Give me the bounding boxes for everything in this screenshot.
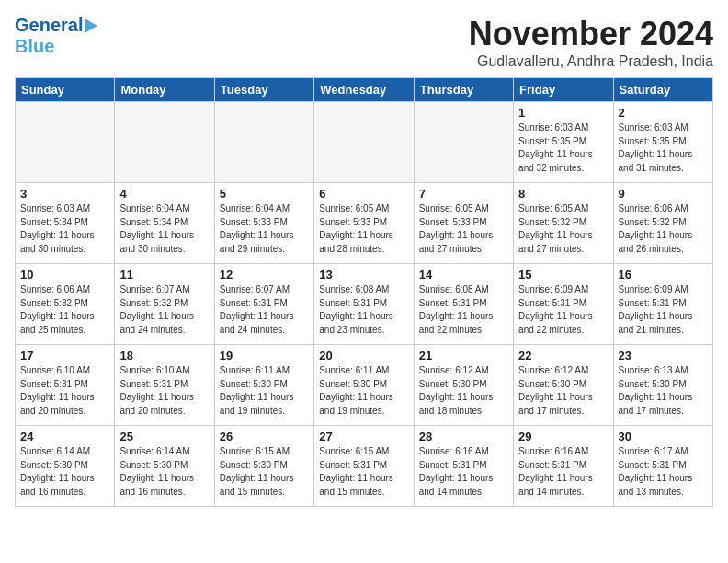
day-number: 21 bbox=[419, 349, 508, 362]
day-info: Sunrise: 6:09 AMSunset: 5:31 PMDaylight:… bbox=[619, 283, 708, 337]
calendar-week-row: 24Sunrise: 6:14 AMSunset: 5:30 PMDayligh… bbox=[16, 426, 713, 507]
calendar-day-cell: 27Sunrise: 6:15 AMSunset: 5:31 PMDayligh… bbox=[314, 426, 414, 507]
day-info: Sunrise: 6:08 AMSunset: 5:31 PMDaylight:… bbox=[419, 283, 508, 337]
weekday-header-saturday: Saturday bbox=[613, 78, 712, 102]
day-info: Sunrise: 6:12 AMSunset: 5:30 PMDaylight:… bbox=[419, 364, 508, 418]
calendar-day-cell: 19Sunrise: 6:11 AMSunset: 5:30 PMDayligh… bbox=[214, 345, 313, 426]
day-info: Sunrise: 6:15 AMSunset: 5:30 PMDaylight:… bbox=[220, 445, 309, 499]
day-number: 13 bbox=[319, 268, 408, 282]
calendar-day-cell: 26Sunrise: 6:15 AMSunset: 5:30 PMDayligh… bbox=[214, 426, 313, 507]
day-number: 22 bbox=[518, 349, 608, 362]
day-number: 25 bbox=[119, 430, 209, 443]
calendar-day-cell: 3Sunrise: 6:03 AMSunset: 5:34 PMDaylight… bbox=[16, 183, 115, 264]
day-number: 10 bbox=[20, 268, 109, 282]
day-number: 3 bbox=[20, 187, 109, 201]
calendar-day-cell: 6Sunrise: 6:05 AMSunset: 5:33 PMDaylight… bbox=[314, 183, 414, 264]
weekday-header-friday: Friday bbox=[514, 78, 613, 102]
title-block: November 2024 Gudlavalleru, Andhra Prade… bbox=[469, 15, 713, 70]
day-number: 15 bbox=[518, 268, 608, 282]
day-number: 1 bbox=[518, 106, 608, 120]
calendar-day-cell: 23Sunrise: 6:13 AMSunset: 5:30 PMDayligh… bbox=[613, 345, 712, 426]
day-info: Sunrise: 6:03 AMSunset: 5:34 PMDaylight:… bbox=[20, 202, 109, 256]
day-info: Sunrise: 6:10 AMSunset: 5:31 PMDaylight:… bbox=[20, 364, 109, 418]
day-info: Sunrise: 6:10 AMSunset: 5:31 PMDaylight:… bbox=[119, 364, 209, 418]
logo-arrow-icon bbox=[85, 18, 97, 33]
logo-general: General bbox=[15, 15, 83, 36]
calendar-week-row: 10Sunrise: 6:06 AMSunset: 5:32 PMDayligh… bbox=[16, 264, 713, 345]
day-number: 24 bbox=[20, 430, 109, 443]
calendar-day-cell: 30Sunrise: 6:17 AMSunset: 5:31 PMDayligh… bbox=[613, 426, 712, 507]
location-title: Gudlavalleru, Andhra Pradesh, India bbox=[469, 53, 713, 70]
day-info: Sunrise: 6:15 AMSunset: 5:31 PMDaylight:… bbox=[319, 445, 408, 499]
day-info: Sunrise: 6:06 AMSunset: 5:32 PMDaylight:… bbox=[619, 202, 708, 256]
calendar-day-cell: 5Sunrise: 6:04 AMSunset: 5:33 PMDaylight… bbox=[214, 183, 313, 264]
day-info: Sunrise: 6:04 AMSunset: 5:33 PMDaylight:… bbox=[220, 202, 309, 256]
day-info: Sunrise: 6:05 AMSunset: 5:32 PMDaylight:… bbox=[518, 202, 608, 256]
day-number: 18 bbox=[119, 349, 209, 362]
weekday-header-row: SundayMondayTuesdayWednesdayThursdayFrid… bbox=[16, 78, 713, 102]
day-info: Sunrise: 6:05 AMSunset: 5:33 PMDaylight:… bbox=[419, 202, 508, 256]
calendar-day-cell: 29Sunrise: 6:16 AMSunset: 5:31 PMDayligh… bbox=[514, 426, 613, 507]
day-info: Sunrise: 6:16 AMSunset: 5:31 PMDaylight:… bbox=[518, 445, 608, 499]
calendar-day-cell bbox=[214, 102, 313, 183]
day-info: Sunrise: 6:13 AMSunset: 5:30 PMDaylight:… bbox=[619, 364, 708, 418]
day-number: 23 bbox=[619, 349, 708, 362]
page-header: General Blue November 2024 Gudlavalleru,… bbox=[15, 15, 713, 70]
calendar-day-cell bbox=[314, 102, 414, 183]
day-number: 9 bbox=[619, 187, 708, 201]
calendar-day-cell: 17Sunrise: 6:10 AMSunset: 5:31 PMDayligh… bbox=[16, 345, 115, 426]
calendar-table: SundayMondayTuesdayWednesdayThursdayFrid… bbox=[15, 77, 713, 507]
day-info: Sunrise: 6:07 AMSunset: 5:32 PMDaylight:… bbox=[119, 283, 209, 337]
calendar-day-cell: 14Sunrise: 6:08 AMSunset: 5:31 PMDayligh… bbox=[414, 264, 513, 345]
logo-blue: Blue bbox=[15, 36, 54, 57]
calendar-day-cell: 13Sunrise: 6:08 AMSunset: 5:31 PMDayligh… bbox=[314, 264, 414, 345]
calendar-day-cell: 7Sunrise: 6:05 AMSunset: 5:33 PMDaylight… bbox=[414, 183, 513, 264]
month-title: November 2024 bbox=[469, 15, 713, 53]
calendar-week-row: 3Sunrise: 6:03 AMSunset: 5:34 PMDaylight… bbox=[16, 183, 713, 264]
day-info: Sunrise: 6:11 AMSunset: 5:30 PMDaylight:… bbox=[220, 364, 309, 418]
day-info: Sunrise: 6:07 AMSunset: 5:31 PMDaylight:… bbox=[220, 283, 309, 337]
calendar-day-cell bbox=[16, 102, 115, 183]
day-info: Sunrise: 6:17 AMSunset: 5:31 PMDaylight:… bbox=[619, 445, 708, 499]
weekday-header-sunday: Sunday bbox=[16, 78, 115, 102]
day-number: 20 bbox=[319, 349, 408, 362]
day-info: Sunrise: 6:14 AMSunset: 5:30 PMDaylight:… bbox=[119, 445, 209, 499]
calendar-day-cell: 16Sunrise: 6:09 AMSunset: 5:31 PMDayligh… bbox=[613, 264, 712, 345]
day-number: 16 bbox=[619, 268, 708, 282]
calendar-day-cell: 18Sunrise: 6:10 AMSunset: 5:31 PMDayligh… bbox=[115, 345, 214, 426]
day-info: Sunrise: 6:14 AMSunset: 5:30 PMDaylight:… bbox=[20, 445, 109, 499]
day-info: Sunrise: 6:09 AMSunset: 5:31 PMDaylight:… bbox=[518, 283, 608, 337]
day-number: 17 bbox=[20, 349, 109, 362]
weekday-header-thursday: Thursday bbox=[414, 78, 513, 102]
calendar-day-cell: 11Sunrise: 6:07 AMSunset: 5:32 PMDayligh… bbox=[115, 264, 214, 345]
day-number: 29 bbox=[518, 430, 608, 443]
calendar-day-cell bbox=[115, 102, 214, 183]
day-info: Sunrise: 6:03 AMSunset: 5:35 PMDaylight:… bbox=[518, 121, 608, 175]
day-number: 27 bbox=[319, 430, 408, 443]
day-info: Sunrise: 6:08 AMSunset: 5:31 PMDaylight:… bbox=[319, 283, 408, 337]
day-number: 30 bbox=[619, 430, 708, 443]
calendar-day-cell: 9Sunrise: 6:06 AMSunset: 5:32 PMDaylight… bbox=[613, 183, 712, 264]
calendar-day-cell: 28Sunrise: 6:16 AMSunset: 5:31 PMDayligh… bbox=[414, 426, 513, 507]
day-info: Sunrise: 6:05 AMSunset: 5:33 PMDaylight:… bbox=[319, 202, 408, 256]
day-number: 14 bbox=[419, 268, 508, 282]
calendar-day-cell: 1Sunrise: 6:03 AMSunset: 5:35 PMDaylight… bbox=[514, 102, 613, 183]
calendar-day-cell: 15Sunrise: 6:09 AMSunset: 5:31 PMDayligh… bbox=[514, 264, 613, 345]
day-number: 7 bbox=[419, 187, 508, 201]
logo: General Blue bbox=[15, 15, 97, 57]
calendar-week-row: 1Sunrise: 6:03 AMSunset: 5:35 PMDaylight… bbox=[16, 102, 713, 183]
day-number: 4 bbox=[119, 187, 209, 201]
weekday-header-wednesday: Wednesday bbox=[314, 78, 414, 102]
calendar-day-cell: 10Sunrise: 6:06 AMSunset: 5:32 PMDayligh… bbox=[16, 264, 115, 345]
calendar-day-cell: 2Sunrise: 6:03 AMSunset: 5:35 PMDaylight… bbox=[613, 102, 712, 183]
calendar-day-cell: 25Sunrise: 6:14 AMSunset: 5:30 PMDayligh… bbox=[115, 426, 214, 507]
day-number: 5 bbox=[220, 187, 309, 201]
day-info: Sunrise: 6:11 AMSunset: 5:30 PMDaylight:… bbox=[319, 364, 408, 418]
calendar-day-cell: 4Sunrise: 6:04 AMSunset: 5:34 PMDaylight… bbox=[115, 183, 214, 264]
day-info: Sunrise: 6:12 AMSunset: 5:30 PMDaylight:… bbox=[518, 364, 608, 418]
day-number: 26 bbox=[220, 430, 309, 443]
calendar-day-cell: 12Sunrise: 6:07 AMSunset: 5:31 PMDayligh… bbox=[214, 264, 313, 345]
calendar-day-cell: 22Sunrise: 6:12 AMSunset: 5:30 PMDayligh… bbox=[514, 345, 613, 426]
calendar-day-cell: 21Sunrise: 6:12 AMSunset: 5:30 PMDayligh… bbox=[414, 345, 513, 426]
day-number: 2 bbox=[619, 106, 708, 120]
